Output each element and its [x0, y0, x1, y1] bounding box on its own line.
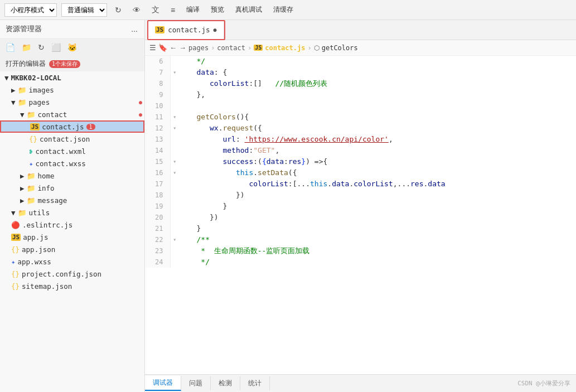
line-num-19: 19	[145, 201, 170, 212]
breadcrumb-forward-btn[interactable]: →	[179, 43, 186, 52]
code-line-24: 24 */	[145, 257, 576, 268]
file-eslintrc[interactable]: 🔴 .eslintrc.js	[0, 219, 144, 231]
folder-pages[interactable]: ▼ 📁 pages ●	[0, 96, 144, 108]
open-editors-label: 打开的编辑器	[6, 59, 46, 69]
folder-utils[interactable]: ▼ 📁 utils	[0, 206, 144, 219]
breadcrumb-bookmark-btn[interactable]: 🔖	[158, 43, 167, 52]
code-editor[interactable]: 6 */ 7 ▾ data: { 8 color	[145, 56, 576, 374]
json-icon-project: {}	[11, 270, 20, 278]
line-num-17: 17	[145, 178, 170, 190]
line-arrow-10[interactable]	[170, 100, 179, 112]
code-line-14: 14 method:"GET",	[145, 145, 576, 156]
folder-icon-info: 📁	[27, 184, 36, 192]
code-content-7: data: {	[179, 67, 576, 78]
layers-btn[interactable]: ≡	[167, 4, 178, 16]
line-arrow-22[interactable]: ▾	[170, 234, 179, 245]
folder-icon-utils: 📁	[18, 209, 27, 217]
breadcrumb-back-btn[interactable]: ←	[170, 43, 177, 52]
file-project-config[interactable]: {} project.config.json	[0, 268, 144, 280]
file-app-js[interactable]: JS app.js	[0, 231, 144, 243]
folder-home[interactable]: ▶ 📁 home	[0, 170, 144, 182]
file-contact-js[interactable]: JS contact.js 1	[0, 120, 144, 133]
sidebar-toolbar: 📄 📁 ↻ ⬜ 🐱	[0, 38, 144, 57]
line-arrow-16[interactable]: ▾	[170, 167, 179, 178]
new-file-btn[interactable]: 📄	[4, 42, 16, 53]
code-line-16: 16 ▾ this.setData({	[145, 167, 576, 178]
line-arrow-9[interactable]	[170, 89, 179, 100]
open-editors-badge: 1个未保存	[49, 60, 80, 68]
expand-icon-contact: ▼	[20, 110, 25, 119]
collapse-tree-btn[interactable]: ⬜	[50, 42, 62, 53]
pages-dot: ●	[139, 99, 142, 105]
tab-highlight-box: JS contact.js ●	[147, 20, 225, 40]
line-arrow-14[interactable]	[170, 145, 179, 156]
file-contact-wxss[interactable]: ✦ contact.wxss	[0, 157, 144, 170]
folder-images[interactable]: ▶ 📁 images	[0, 84, 144, 96]
code-btn[interactable]: 文	[148, 4, 163, 16]
file-sitemap[interactable]: {} sitemap.json	[0, 280, 144, 292]
refresh-btn[interactable]: ↻	[112, 4, 125, 16]
clear-cache-btn[interactable]: 清缓存	[270, 4, 297, 16]
line-arrow-21[interactable]	[170, 223, 179, 234]
code-line-11: 11 ▾ getColors(){	[145, 112, 576, 123]
tab-js-icon: JS	[155, 26, 164, 33]
file-label-contact-wxss: contact.wxss	[36, 159, 86, 168]
eye-btn[interactable]: 👁	[129, 4, 144, 16]
folder-label-images: images	[29, 86, 54, 94]
real-debug-btn[interactable]: 真机调试	[232, 4, 265, 16]
line-arrow-8[interactable]	[170, 78, 179, 89]
new-folder-btn[interactable]: 📁	[21, 42, 32, 53]
folder-contact[interactable]: ▼ 📁 contact ●	[0, 108, 144, 120]
tab-contact-js[interactable]: JS contact.js ●	[148, 21, 224, 39]
line-arrow-7[interactable]: ▾	[170, 67, 179, 78]
file-contact-wxml[interactable]: ❥ contact.wxml	[0, 145, 144, 157]
code-line-12: 12 ▾ wx.request({	[145, 123, 576, 134]
code-line-7: 7 ▾ data: {	[145, 67, 576, 78]
file-label-eslintrc: .eslintrc.js	[22, 221, 72, 229]
expand-icon-home: ▶	[20, 172, 25, 180]
line-arrow-17[interactable]	[170, 178, 179, 190]
mode-select[interactable]: 小程序模式	[4, 3, 57, 17]
file-tree: ▼ MKBK02-LOCAL ▶ 📁 images ▼ 📁 pages ● ▼ …	[0, 71, 144, 392]
line-num-18: 18	[145, 190, 170, 201]
line-arrow-19[interactable]	[170, 201, 179, 212]
code-content-22: /**	[179, 234, 576, 245]
compile-btn[interactable]: 编译	[183, 4, 203, 16]
file-label-project-config: project.config.json	[22, 270, 101, 278]
project-root[interactable]: ▼ MKBK02-LOCAL	[0, 71, 144, 84]
line-arrow-20[interactable]	[170, 212, 179, 223]
bottom-tab-debugger[interactable]: 调试器	[145, 376, 181, 391]
bottom-tab-check[interactable]: 检测	[211, 376, 240, 390]
line-arrow-13[interactable]	[170, 134, 179, 145]
json-icon-sitemap: {}	[11, 282, 20, 291]
bottom-tab-problems[interactable]: 问题	[181, 376, 211, 390]
line-arrow-18[interactable]	[170, 190, 179, 201]
breadcrumb-menu-btn[interactable]: ☰	[149, 43, 156, 52]
folder-info[interactable]: ▶ 📁 info	[0, 182, 144, 194]
wxml-icon: ❥	[29, 147, 33, 156]
file-app-wxss[interactable]: ✦ app.wxss	[0, 255, 144, 268]
file-contact-json[interactable]: {} contact.json	[0, 133, 144, 145]
refresh-tree-btn[interactable]: ↻	[37, 42, 46, 53]
line-arrow-11[interactable]: ▾	[170, 112, 179, 123]
line-arrow-24[interactable]	[170, 257, 179, 268]
file-app-json[interactable]: {} app.json	[0, 243, 144, 255]
line-arrow-12[interactable]: ▾	[170, 123, 179, 134]
code-line-20: 20 })	[145, 212, 576, 223]
bottom-tab-stats[interactable]: 统计	[240, 376, 270, 390]
line-arrow-6[interactable]	[170, 56, 179, 67]
line-num-13: 13	[145, 134, 170, 145]
tab-label: contact.js	[168, 26, 210, 34]
contact-js-badge: 1	[86, 124, 95, 130]
code-line-9: 9 },	[145, 89, 576, 100]
code-content-18: })	[179, 190, 576, 201]
compiler-select[interactable]: 普通编辑	[61, 3, 107, 17]
line-arrow-15[interactable]: ▾	[170, 156, 179, 167]
breadcrumb: ☰ 🔖 ← → pages › contact › JS contact.js …	[145, 40, 576, 56]
preview-btn[interactable]: 预览	[207, 4, 228, 16]
line-arrow-23[interactable]	[170, 245, 179, 257]
sidebar-more-btn[interactable]: ...	[130, 23, 139, 35]
upload-btn[interactable]: 🐱	[66, 42, 78, 53]
folder-message[interactable]: ▶ 📁 message	[0, 194, 144, 206]
sidebar-header: 资源管理器 ...	[0, 20, 144, 38]
